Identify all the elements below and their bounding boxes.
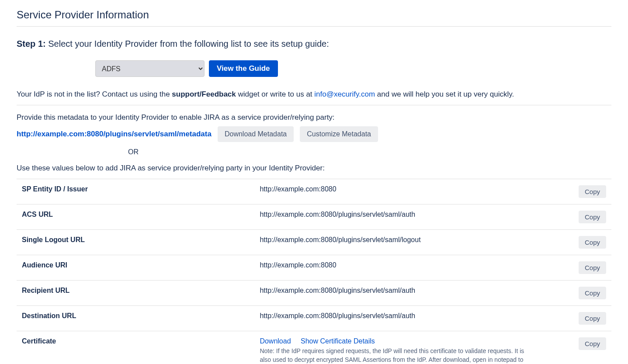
values-intro: Use these values below to add JIRA as se… xyxy=(17,164,611,173)
acs-url-value: http://example.com:8080/plugins/servlet/… xyxy=(254,205,540,230)
copy-button-certificate[interactable]: Copy xyxy=(579,337,606,350)
acs-url-label: ACS URL xyxy=(17,205,254,230)
idp-not-listed-help: Your IdP is not in the list? Contact us … xyxy=(17,90,611,105)
copy-button-destination-url[interactable]: Copy xyxy=(579,312,606,325)
certificate-value: Download Show Certificate Details Note: … xyxy=(254,331,540,364)
copy-button-slo-url[interactable]: Copy xyxy=(579,236,606,249)
audience-uri-label: Audience URI xyxy=(17,255,254,281)
destination-url-label: Destination URL xyxy=(17,306,254,331)
sp-values-table: SP Entity ID / Issuer http://example.com… xyxy=(17,179,611,364)
certificate-label: Certificate xyxy=(17,331,254,364)
table-row: Single Logout URL http://example.com:808… xyxy=(17,230,611,255)
step1-instruction: Step 1: Select your Identity Provider fr… xyxy=(17,39,611,49)
table-row: Audience URI http://example.com:8080 Cop… xyxy=(17,255,611,281)
table-row: Destination URL http://example.com:8080/… xyxy=(17,306,611,331)
copy-button-audience-uri[interactable]: Copy xyxy=(579,261,606,274)
table-row: Certificate Download Show Certificate De… xyxy=(17,331,611,364)
cert-note-prefix: Note: If the IdP requires signed request… xyxy=(260,347,524,364)
metadata-url: http://example.com:8080/plugins/servlet/… xyxy=(17,130,212,139)
idp-selection-row: ADFS View the Guide xyxy=(95,60,611,77)
download-metadata-button[interactable]: Download Metadata xyxy=(218,126,294,142)
help-prefix: Your IdP is not in the list? Contact us … xyxy=(17,90,172,98)
table-row: ACS URL http://example.com:8080/plugins/… xyxy=(17,205,611,230)
copy-button-sp-entity-id[interactable]: Copy xyxy=(579,185,606,198)
slo-url-label: Single Logout URL xyxy=(17,230,254,255)
help-mid: widget or write to us at xyxy=(236,90,315,98)
step1-label: Step 1: xyxy=(17,39,46,49)
sp-entity-id-label: SP Entity ID / Issuer xyxy=(17,179,254,205)
download-certificate-link[interactable]: Download xyxy=(260,337,291,345)
idp-select[interactable]: ADFS xyxy=(95,60,205,77)
table-row: Recipient URL http://example.com:8080/pl… xyxy=(17,281,611,306)
audience-uri-value: http://example.com:8080 xyxy=(254,255,540,281)
or-separator: OR xyxy=(128,148,611,156)
support-email-link[interactable]: info@xecurify.com xyxy=(314,90,375,98)
view-guide-button[interactable]: View the Guide xyxy=(209,60,278,77)
certificate-note: Note: If the IdP requires signed request… xyxy=(260,347,534,364)
copy-button-acs-url[interactable]: Copy xyxy=(579,211,606,223)
show-certificate-details-link[interactable]: Show Certificate Details xyxy=(301,337,375,345)
destination-url-value: http://example.com:8080/plugins/servlet/… xyxy=(254,306,540,331)
page-title: Service Provider Information xyxy=(17,9,611,27)
support-feedback-text: support/Feedback xyxy=(172,90,236,98)
metadata-row: http://example.com:8080/plugins/servlet/… xyxy=(17,126,611,142)
copy-button-recipient-url[interactable]: Copy xyxy=(579,287,606,299)
recipient-url-value: http://example.com:8080/plugins/servlet/… xyxy=(254,281,540,306)
sp-entity-id-value: http://example.com:8080 xyxy=(254,179,540,205)
table-row: SP Entity ID / Issuer http://example.com… xyxy=(17,179,611,205)
step1-text: Select your Identity Provider from the f… xyxy=(46,39,329,49)
customize-metadata-button[interactable]: Customize Metadata xyxy=(300,126,378,142)
recipient-url-label: Recipient URL xyxy=(17,281,254,306)
metadata-intro: Provide this metadata to your Identity P… xyxy=(17,113,611,122)
help-suffix: and we will help you set it up very quic… xyxy=(375,90,514,98)
slo-url-value: http://example.com:8080/plugins/servlet/… xyxy=(254,230,540,255)
